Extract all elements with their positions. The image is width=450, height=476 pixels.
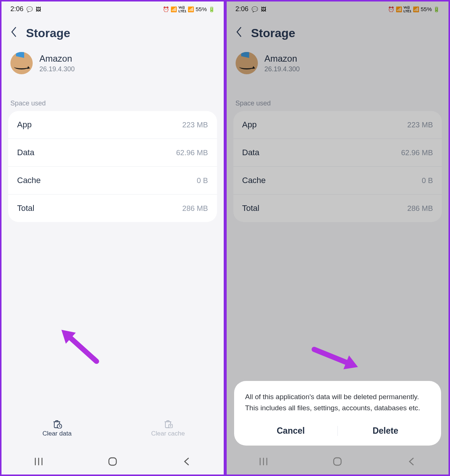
confirm-dialog: All of this application's data will be d… [234, 381, 441, 446]
alarm-icon: ⏰ [163, 6, 169, 12]
back-button[interactable] [10, 26, 17, 40]
row-app: App 223 MB [8, 111, 217, 139]
screenshot-right: 2:06 💬 🖼 ⏰ 📶 Vo))LTE1 📶 55% 🔋 Storage Am… [225, 0, 450, 476]
delete-button[interactable]: Delete [362, 423, 409, 439]
app-version: 26.19.4.300 [39, 65, 75, 73]
clear-data-button[interactable]: Clear data [1, 414, 113, 441]
row-data: Data 62.96 MB [8, 139, 217, 167]
nav-back[interactable] [406, 457, 417, 466]
image-icon: 🖼 [36, 6, 41, 12]
clear-data-label: Clear data [42, 430, 71, 437]
clear-cache-button: Clear cache [113, 414, 224, 441]
bottom-actions: Clear data Clear cache [1, 414, 224, 441]
wifi-icon: 📶 [171, 6, 177, 12]
nav-back[interactable] [181, 457, 192, 466]
svg-rect-3 [334, 458, 341, 465]
nav-home[interactable] [332, 457, 343, 466]
nav-home[interactable] [107, 457, 118, 466]
system-nav-bar [227, 449, 449, 475]
status-bar: 2:06 💬 🖼 ⏰ 📶 Vo))LTE1 📶 55% 🔋 [1, 1, 224, 15]
battery-percent: 55% [195, 6, 207, 12]
screenshot-left: 2:06 💬 🖼 ⏰ 📶 Vo))LTE1 📶 55% 🔋 Storage Am… [0, 0, 225, 476]
volte-icon: Vo))LTE1 [178, 6, 186, 13]
annotation-arrow [66, 334, 100, 365]
row-cache: Cache 0 B [8, 167, 217, 195]
chat-icon: 💬 [26, 6, 33, 12]
battery-icon: 🔋 [208, 6, 215, 12]
svg-rect-2 [109, 458, 116, 465]
clear-cache-icon [162, 418, 174, 428]
app-icon [10, 52, 33, 74]
section-space-used: Space used [1, 85, 224, 111]
app-header: Amazon 26.19.4.300 [1, 48, 224, 85]
clear-data-icon [51, 418, 63, 428]
signal-icon: 📶 [188, 6, 194, 12]
nav-recents[interactable] [258, 457, 269, 466]
page-title: Storage [26, 26, 70, 40]
space-used-card: App 223 MB Data 62.96 MB Cache 0 B Total… [8, 111, 217, 222]
cancel-button[interactable]: Cancel [266, 423, 315, 439]
dialog-message: All of this application's data will be d… [243, 391, 433, 413]
page-header: Storage [1, 15, 224, 48]
clear-cache-label: Clear cache [151, 430, 185, 437]
nav-recents[interactable] [33, 457, 44, 466]
app-name: Amazon [39, 53, 75, 64]
row-total: Total 286 MB [8, 195, 217, 222]
system-nav-bar [1, 449, 224, 475]
status-time: 2:06 [10, 5, 23, 13]
dialog-actions: Cancel Delete [243, 423, 433, 439]
